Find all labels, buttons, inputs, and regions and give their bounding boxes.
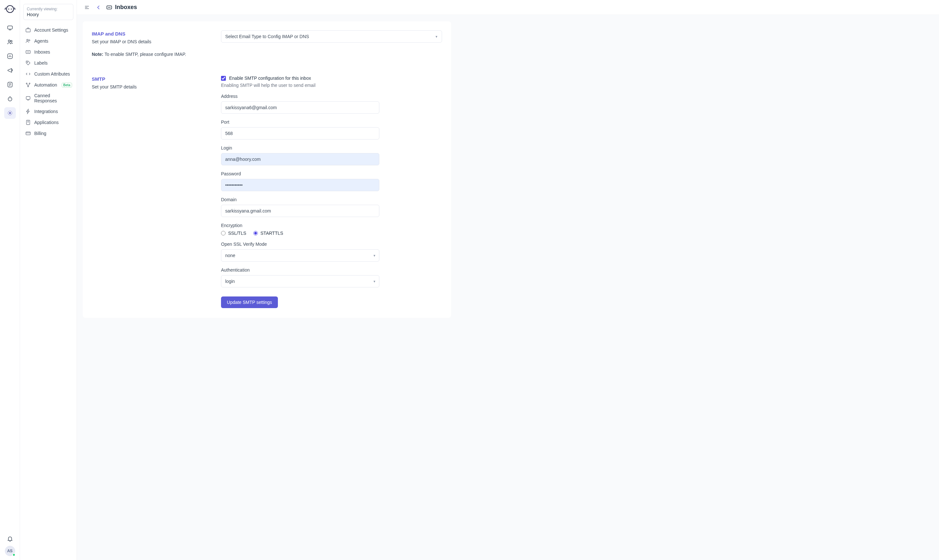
sidebar-item-label: Integrations: [34, 109, 58, 114]
svg-point-14: [27, 39, 28, 41]
port-input[interactable]: [221, 127, 379, 140]
password-input[interactable]: [221, 179, 379, 191]
sidebar-item-inboxes[interactable]: Inboxes: [22, 46, 75, 57]
rail-settings-icon[interactable]: [4, 107, 16, 119]
sidebar-item-label: Inboxes: [34, 49, 50, 55]
svg-point-10: [10, 98, 11, 99]
rail-contacts-icon[interactable]: [4, 36, 16, 48]
imap-section-note: Note: To enable SMTP, please configure I…: [92, 52, 208, 57]
sidebar-item-applications[interactable]: Applications: [22, 117, 75, 128]
sidebar-item-label: Applications: [34, 120, 59, 125]
encryption-label: Encryption: [221, 223, 442, 228]
login-input[interactable]: [221, 153, 379, 165]
domain-label: Domain: [221, 197, 442, 202]
briefcase-icon: [25, 27, 31, 33]
svg-point-4: [8, 40, 10, 42]
ssl-verify-label: Open SSL Verify Mode: [221, 242, 442, 247]
smtp-section-desc: Set your SMTP details: [92, 84, 208, 91]
topbar: Inboxes: [77, 0, 939, 15]
rail-helpcenter-icon[interactable]: [4, 79, 16, 91]
imap-section-title: IMAP and DNS: [92, 31, 208, 37]
login-label: Login: [221, 145, 442, 151]
update-smtp-button[interactable]: Update SMTP settings: [221, 297, 278, 308]
address-input[interactable]: [221, 102, 379, 114]
encryption-option-label: STARTTLS: [261, 231, 283, 236]
presence-dot-icon: [12, 553, 15, 557]
svg-point-15: [29, 40, 30, 41]
back-icon[interactable]: [94, 3, 103, 12]
encryption-option-starttls[interactable]: STARTTLS: [253, 231, 283, 236]
sidebar-item-label: Labels: [34, 60, 48, 66]
smtp-section-title: SMTP: [92, 76, 208, 82]
account-switcher-name: Hoory: [27, 12, 70, 17]
canned-icon: [25, 95, 31, 101]
sidebar-item-label: Custom Attributes: [34, 71, 70, 77]
rail-campaigns-icon[interactable]: [4, 65, 16, 76]
enable-smtp-label: Enable SMTP configuration for this inbox: [229, 75, 311, 81]
inbox-header-icon: [106, 4, 113, 11]
sidebar-item-account-settings[interactable]: Account Settings: [22, 25, 75, 35]
sidebar-item-label: Agents: [34, 38, 48, 44]
svg-rect-22: [26, 120, 30, 125]
imap-note-bold: Note:: [92, 52, 103, 57]
page-title-text: Inboxes: [115, 4, 137, 11]
tag-icon: [25, 60, 31, 66]
svg-rect-23: [26, 132, 30, 135]
enable-smtp-checkbox[interactable]: [221, 76, 226, 81]
ssl-verify-select[interactable]: none: [221, 249, 379, 262]
svg-point-0: [6, 6, 14, 12]
rail-conversations-icon[interactable]: [4, 22, 16, 34]
svg-point-5: [10, 40, 12, 42]
sidebar-item-custom-attributes[interactable]: Custom Attributes: [22, 68, 75, 80]
logo-icon: [4, 3, 16, 15]
notifications-icon[interactable]: [4, 533, 16, 545]
sidebar-item-label: Canned Responses: [34, 93, 71, 103]
sidebar-item-integrations[interactable]: Integrations: [22, 106, 75, 117]
encryption-option-label: SSL/TLS: [228, 231, 246, 236]
encryption-option-ssltls[interactable]: SSL/TLS: [221, 231, 246, 236]
enable-smtp-helper: Enabling SMTP will help the user to send…: [221, 83, 442, 88]
svg-point-11: [10, 96, 10, 97]
account-switcher-label: Currently viewing:: [27, 7, 70, 11]
svg-point-17: [27, 62, 28, 63]
auth-label: Authentication: [221, 268, 442, 272]
account-switcher[interactable]: Currently viewing: Hoory: [23, 4, 73, 20]
settings-sidebar: Currently viewing: Hoory Account Setting…: [20, 0, 77, 560]
rail-reports-icon[interactable]: [4, 51, 16, 62]
imap-section-desc: Set your IMAP or DNS details: [92, 38, 208, 45]
toggle-sidebar-icon[interactable]: [83, 3, 91, 12]
svg-point-18: [26, 83, 27, 84]
svg-rect-3: [8, 26, 12, 29]
imap-note-rest: To enable SMTP, please configure IMAP.: [103, 52, 186, 57]
agents-icon: [25, 38, 31, 44]
svg-point-2: [11, 8, 12, 9]
bolt-icon: [25, 109, 31, 114]
sidebar-item-agents[interactable]: Agents: [22, 35, 75, 46]
port-label: Port: [221, 120, 442, 125]
page-title: Inboxes: [106, 4, 137, 11]
sidebar-item-billing[interactable]: Billing: [22, 128, 75, 139]
sidebar-item-automation[interactable]: Automation Beta: [22, 80, 75, 91]
settings-card: IMAP and DNS Set your IMAP or DNS detail…: [83, 21, 451, 318]
sidebar-item-canned-responses[interactable]: Canned Responses: [22, 91, 75, 106]
code-icon: [25, 71, 31, 77]
sidebar-item-label: Account Settings: [34, 28, 68, 32]
address-label: Address: [221, 94, 442, 99]
svg-point-9: [9, 98, 10, 99]
auth-select[interactable]: login: [221, 275, 379, 288]
svg-point-20: [28, 86, 29, 87]
svg-point-12: [9, 112, 11, 114]
svg-point-8: [8, 97, 12, 101]
rail-bot-icon[interactable]: [4, 93, 16, 105]
svg-rect-13: [26, 29, 30, 32]
beta-badge: Beta: [62, 83, 72, 88]
avatar[interactable]: AS: [5, 546, 15, 556]
sidebar-item-label: Automation: [34, 82, 57, 88]
domain-input[interactable]: [221, 205, 379, 217]
sidebar-item-labels[interactable]: Labels: [22, 57, 75, 68]
password-label: Password: [221, 171, 442, 176]
email-type-select[interactable]: Select Email Type to Config IMAP or DNS: [221, 30, 442, 43]
svg-point-19: [29, 83, 30, 84]
inbox-icon: [25, 49, 31, 55]
automation-icon: [25, 82, 31, 88]
